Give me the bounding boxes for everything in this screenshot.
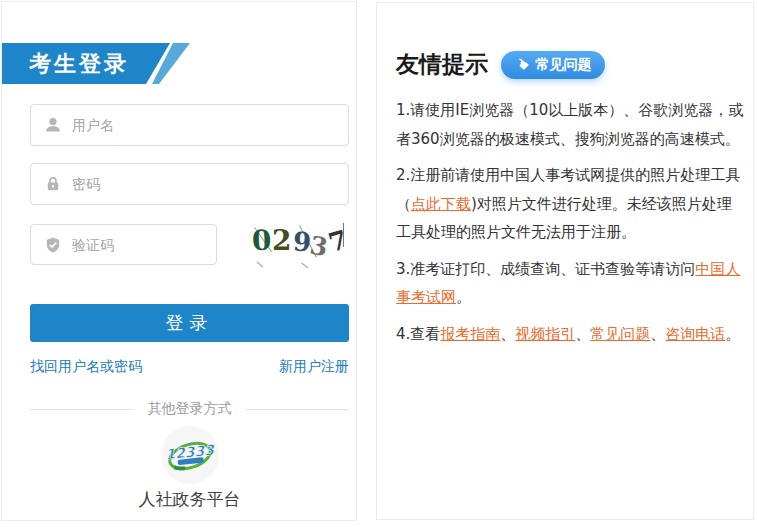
- forgot-credentials-link[interactable]: 找回用户名或密码: [30, 358, 142, 376]
- account-links-row: 找回用户名或密码 新用户注册: [30, 358, 349, 376]
- tip-text: 、: [650, 325, 665, 343]
- divider-line: [246, 409, 350, 410]
- pointing-hand-icon: ☚: [512, 54, 532, 74]
- platform-label: 人社政务平台: [30, 488, 349, 511]
- divider-line: [30, 409, 134, 410]
- tip-link[interactable]: 常见问题: [590, 325, 650, 343]
- tip-link[interactable]: 报考指南: [440, 325, 500, 343]
- faq-badge-button[interactable]: ☚ 常见问题: [501, 51, 605, 79]
- tip-text: 、: [575, 325, 590, 343]
- tips-panel: 友情提示 ☚ 常见问题 1.请使用IE浏览器（10以上版本）、谷歌浏览器，或者3…: [376, 2, 754, 520]
- new-user-register-link[interactable]: 新用户注册: [279, 358, 349, 376]
- captcha-digit: 3: [308, 233, 329, 261]
- tips-list: 1.请使用IE浏览器（10以上版本）、谷歌浏览器，或者360浏览器的极速模式、搜…: [396, 96, 746, 356]
- tip-text: 、: [500, 325, 515, 343]
- password-field: [30, 163, 349, 205]
- password-input[interactable]: [72, 176, 348, 192]
- divider-label: 其他登录方式: [148, 400, 232, 418]
- captcha-field: [30, 224, 217, 265]
- shield-check-icon: [44, 236, 62, 254]
- login-panel: 考生登录: [1, 1, 357, 521]
- tip-paragraph-4: 4.查看报考指南、视频指引、常见问题、咨询电话。: [396, 320, 746, 349]
- username-field: [30, 104, 349, 146]
- captcha-image[interactable]: 02937: [246, 219, 352, 269]
- captcha-noise-line: [257, 262, 264, 268]
- captcha-input[interactable]: [72, 237, 216, 253]
- login-button[interactable]: 登录: [30, 304, 349, 342]
- tip-text: 1.请使用IE浏览器（10以上版本）、谷歌浏览器，或者360浏览器的极速模式、搜…: [396, 101, 743, 148]
- login-banner: 考生登录: [2, 43, 194, 84]
- tip-link[interactable]: 点此下载: [411, 195, 471, 213]
- tip-paragraph-2: 2.注册前请使用中国人事考试网提供的照片处理工具 （点此下载)对照片文件进行处理…: [396, 161, 746, 247]
- captcha-noise-line: [301, 263, 308, 268]
- username-input[interactable]: [72, 117, 348, 133]
- tips-title: 友情提示: [396, 49, 488, 80]
- tip-paragraph-3: 3.准考证打印、成绩查询、证书查验等请访问中国人事考试网。: [396, 255, 746, 312]
- lock-icon: [44, 175, 62, 193]
- user-icon: [44, 116, 62, 134]
- login-banner-title: 考生登录: [29, 43, 129, 84]
- captcha-digit: 2: [272, 227, 291, 255]
- tip-text: 4.查看: [396, 325, 440, 343]
- tip-link[interactable]: 咨询电话: [665, 325, 725, 343]
- faq-badge-label: 常见问题: [535, 56, 591, 74]
- page: 考生登录: [0, 0, 757, 527]
- tip-text: 3.准考证打印、成绩查询、证书查验等请访问: [396, 260, 695, 278]
- tip-text: 。: [725, 325, 740, 343]
- tips-header: 友情提示 ☚ 常见问题: [396, 49, 605, 80]
- other-login-divider: 其他登录方式: [30, 400, 349, 418]
- tip-text: 。: [456, 288, 471, 306]
- 12333-platform-logo[interactable]: 12333: [161, 426, 219, 484]
- tip-link[interactable]: 视频指引: [515, 325, 575, 343]
- captcha-digit: 0: [252, 227, 272, 256]
- tip-paragraph-1: 1.请使用IE浏览器（10以上版本）、谷歌浏览器，或者360浏览器的极速模式、搜…: [396, 96, 746, 153]
- captcha-digit: 7: [326, 226, 351, 256]
